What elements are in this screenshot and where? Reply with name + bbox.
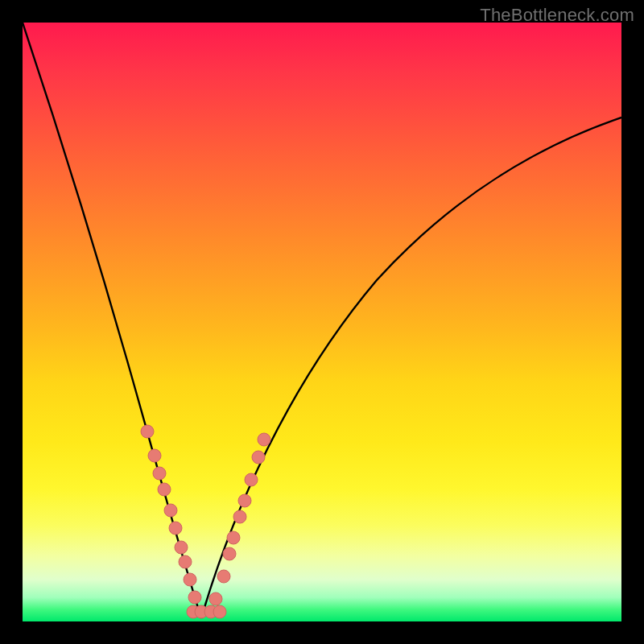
marker-dot (213, 605, 226, 618)
marker-dot (223, 547, 236, 560)
marker-dot (227, 531, 240, 544)
marker-dot (238, 494, 251, 507)
marker-dot (209, 592, 222, 605)
marker-group (141, 425, 270, 618)
marker-dot (175, 541, 188, 554)
marker-dot (233, 510, 246, 523)
marker-dot (184, 573, 196, 586)
marker-dot (252, 451, 265, 464)
marker-dot (217, 570, 230, 583)
marker-dot (158, 483, 171, 496)
marker-dot (169, 522, 182, 535)
chart-frame: TheBottleneck.com (0, 0, 644, 644)
marker-dot (179, 555, 192, 568)
marker-dot (148, 449, 161, 462)
marker-dot (258, 433, 270, 446)
plot-area (23, 23, 621, 621)
marker-dot (141, 425, 154, 438)
curve-layer (23, 23, 621, 621)
marker-dot (153, 467, 166, 480)
marker-dot (188, 591, 201, 604)
right-curve (201, 118, 621, 618)
marker-dot (164, 504, 177, 517)
watermark-text: TheBottleneck.com (480, 5, 634, 26)
marker-dot (245, 473, 258, 486)
